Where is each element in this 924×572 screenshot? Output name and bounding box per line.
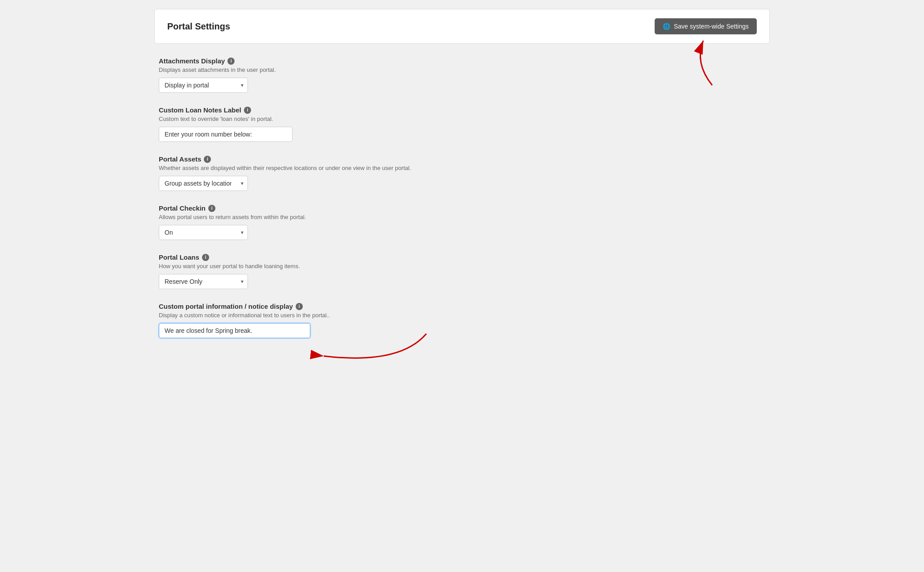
portal-assets-select-wrapper: Group assets by location All assets in o… [159, 176, 248, 191]
content-area: Attachments Display i Displays asset att… [154, 57, 770, 338]
portal-checkin-select[interactable]: On Off [159, 225, 248, 240]
custom-portal-info-label: Custom portal information / notice displ… [159, 303, 765, 310]
portal-loans-select-wrapper: Reserve Only Immediate Loan Both ▾ [159, 274, 248, 289]
portal-loans-select[interactable]: Reserve Only Immediate Loan Both [159, 274, 248, 289]
save-system-wide-settings-button[interactable]: 🌐 Save system-wide Settings [655, 18, 757, 34]
page-title: Portal Settings [167, 21, 230, 32]
portal-checkin-description: Allows portal users to return assets fro… [159, 214, 765, 220]
custom-loan-notes-info-icon[interactable]: i [244, 107, 251, 114]
attachments-display-select-wrapper: Display in portal Do not display ▾ [159, 78, 248, 93]
portal-checkin-label: Portal Checkin i [159, 204, 765, 212]
save-button-label: Save system-wide Settings [674, 23, 749, 30]
settings-card: Portal Settings 🌐 Save system-wide Setti… [154, 9, 770, 44]
portal-assets-description: Whether assets are displayed within thei… [159, 165, 765, 171]
portal-loans-label: Portal Loans i [159, 253, 765, 261]
portal-loans-description: How you want your user portal to handle … [159, 263, 765, 269]
custom-loan-notes-label: Custom Loan Notes Label i [159, 106, 765, 114]
portal-loans-info-icon[interactable]: i [202, 254, 209, 261]
portal-assets-section: Portal Assets i Whether assets are displ… [159, 155, 765, 191]
globe-icon: 🌐 [663, 23, 670, 30]
custom-loan-notes-input[interactable] [159, 127, 293, 142]
arrow-to-input [310, 329, 444, 383]
attachments-display-description: Displays asset attachments in the user p… [159, 66, 765, 73]
portal-assets-label: Portal Assets i [159, 155, 765, 163]
attachments-display-section: Attachments Display i Displays asset att… [159, 57, 765, 93]
attachments-display-info-icon[interactable]: i [227, 58, 235, 65]
attachments-display-label: Attachments Display i [159, 57, 765, 65]
portal-assets-select[interactable]: Group assets by location All assets in o… [159, 176, 248, 191]
portal-assets-info-icon[interactable]: i [204, 156, 211, 163]
custom-portal-info-input[interactable] [159, 323, 310, 338]
custom-portal-info-section: Custom portal information / notice displ… [159, 303, 765, 338]
custom-loan-notes-description: Custom text to override 'loan notes' in … [159, 116, 765, 122]
portal-checkin-info-icon[interactable]: i [208, 205, 215, 212]
portal-checkin-section: Portal Checkin i Allows portal users to … [159, 204, 765, 240]
page-container: Portal Settings 🌐 Save system-wide Setti… [154, 9, 770, 563]
attachments-display-select[interactable]: Display in portal Do not display [159, 78, 248, 93]
custom-loan-notes-section: Custom Loan Notes Label i Custom text to… [159, 106, 765, 142]
custom-portal-info-icon[interactable]: i [296, 303, 303, 310]
portal-checkin-select-wrapper: On Off ▾ [159, 225, 248, 240]
custom-portal-info-description: Display a custom notice or informational… [159, 312, 765, 319]
portal-loans-section: Portal Loans i How you want your user po… [159, 253, 765, 289]
